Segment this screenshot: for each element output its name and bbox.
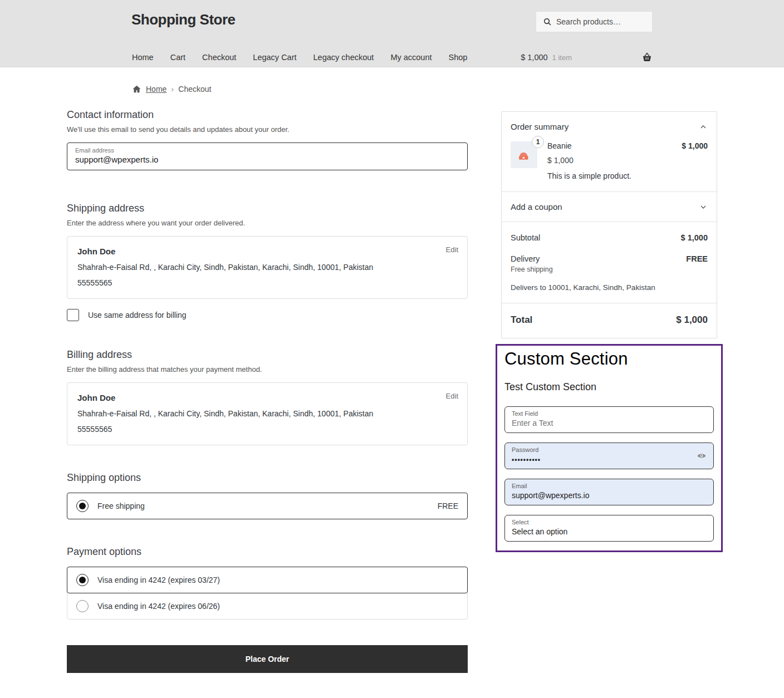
payment-option-radio-unchecked[interactable] (76, 600, 89, 612)
search-icon (543, 17, 552, 26)
contact-information-description: We'll use this email to send you details… (67, 125, 468, 134)
custom-select-label: Select (512, 519, 707, 525)
use-same-address-label[interactable]: Use same address for billing (88, 311, 187, 319)
order-totals: Subtotal $ 1,000 Delivery FREE Free ship… (502, 222, 717, 303)
nav-item-home[interactable]: Home (132, 53, 154, 62)
custom-section-subtitle: Test Custom Section (504, 381, 714, 393)
same-address-row: Use same address for billing (67, 309, 468, 321)
billing-address-description: Enter the billing address that matches y… (67, 365, 468, 373)
delivers-to-note: Delivers to 10001, Karachi, Sindh, Pakis… (511, 283, 708, 292)
chevron-up-icon[interactable] (699, 122, 708, 131)
add-coupon-row[interactable]: Add a coupon (502, 192, 717, 222)
eye-icon[interactable] (697, 451, 707, 461)
payment-options-section: Payment options Visa ending in 4242 (exp… (67, 546, 468, 620)
custom-password-field[interactable]: Password •••••••••• (504, 443, 714, 469)
shipping-address-name: John Doe (77, 247, 457, 256)
product-quantity-badge: 1 (532, 136, 544, 148)
payment-option-visa-0327[interactable]: Visa ending in 4242 (expires 03/27) (67, 567, 468, 593)
nav-item-legacy-cart[interactable]: Legacy Cart (253, 53, 296, 62)
email-address-label: Email address (75, 147, 459, 154)
custom-email-field[interactable]: Email support@wpexperts.io (504, 479, 714, 505)
checkout-content: Contact information We'll use this email… (0, 109, 784, 698)
cart-total[interactable]: $ 1,000 (521, 53, 547, 62)
breadcrumb-home-link[interactable]: Home (146, 85, 166, 94)
shipping-address-line: Shahrah-e-Faisal Rd, , Karachi City, Sin… (77, 263, 457, 272)
checkout-page: Shopping Store Search products… Home Car… (0, 0, 784, 698)
billing-address-name: John Doe (77, 393, 457, 402)
billing-address-section: Billing address Enter the billing addres… (67, 349, 468, 445)
contact-information-section: Contact information We'll use this email… (67, 109, 468, 170)
shipping-option-label: Free shipping (97, 502, 145, 510)
subtotal-label: Subtotal (511, 233, 540, 242)
nav-item-cart[interactable]: Cart (170, 53, 185, 62)
total-value: $ 1,000 (676, 314, 708, 326)
email-address-value: support@wpexperts.io (75, 155, 158, 164)
product-info: Beanie $ 1,000 $ 1,000 This is a simple … (547, 141, 708, 180)
payment-option-label: Visa ending in 4242 (expires 03/27) (97, 576, 220, 584)
shipping-options-section: Shipping options Free shipping FREE (67, 472, 468, 519)
payment-option-radio-checked[interactable] (76, 574, 89, 586)
custom-email-label: Email (512, 483, 707, 489)
custom-email-value: support@wpexperts.io (512, 491, 590, 500)
header-cart-summary[interactable]: $ 1,000 1 item (521, 52, 653, 63)
nav-item-legacy-checkout[interactable]: Legacy checkout (313, 53, 374, 62)
site-title: Shopping Store (131, 11, 236, 28)
billing-address-line: Shahrah-e-Faisal Rd, , Karachi City, Sin… (77, 409, 457, 418)
product-image-wrap: 1 (511, 141, 537, 168)
subtotal-value: $ 1,000 (681, 233, 708, 242)
shipping-address-title: Shipping address (67, 203, 468, 214)
product-line-price: $ 1,000 (682, 141, 708, 150)
custom-select-field[interactable]: Select Select an option (504, 515, 714, 542)
order-summary-title: Order summary (511, 122, 569, 131)
shipping-address-section: Shipping address Enter the address where… (67, 203, 468, 321)
shipping-options-title: Shipping options (67, 472, 468, 484)
shipping-option-free-shipping[interactable]: Free shipping FREE (67, 493, 468, 519)
payment-option-visa-0626[interactable]: Visa ending in 4242 (expires 06/26) (67, 593, 467, 619)
breadcrumb: Home › Checkout (0, 67, 784, 109)
nav-item-my-account[interactable]: My account (390, 53, 432, 62)
search-input[interactable]: Search products… (536, 11, 653, 32)
delivery-value: FREE (686, 254, 708, 263)
email-address-field[interactable]: Email address support@wpexperts.io (67, 142, 468, 170)
place-order-button[interactable]: Place Order (67, 645, 468, 673)
custom-text-field-placeholder: Enter a Text (512, 419, 553, 427)
shipping-address-edit-button[interactable]: Edit (446, 245, 458, 254)
order-sidebar: Order summary 1 (501, 111, 717, 552)
billing-address-phone: 55555565 (77, 425, 457, 434)
order-total-row: Total $ 1,000 (502, 303, 717, 338)
home-icon[interactable] (132, 85, 141, 94)
shipping-address-card: John Doe Edit Shahrah-e-Faisal Rd, , Kar… (67, 236, 468, 299)
total-label: Total (511, 314, 532, 326)
custom-section-panel: Custom Section Test Custom Section Text … (496, 344, 723, 552)
billing-address-edit-button[interactable]: Edit (446, 392, 458, 400)
custom-password-label: Password (512, 446, 707, 453)
add-coupon-label: Add a coupon (511, 202, 562, 212)
nav-item-checkout[interactable]: Checkout (202, 53, 236, 62)
delivery-method: Free shipping (511, 266, 708, 273)
nav-item-shop[interactable]: Shop (449, 53, 468, 62)
custom-section-title: Custom Section (504, 349, 714, 369)
payment-options-title: Payment options (67, 546, 468, 558)
shipping-address-phone: 55555565 (77, 278, 457, 287)
chevron-down-icon[interactable] (699, 203, 708, 212)
basket-icon[interactable] (641, 52, 653, 63)
billing-address-card: John Doe Edit Shahrah-e-Faisal Rd, , Kar… (67, 382, 468, 445)
order-summary-panel: Order summary 1 (501, 111, 717, 338)
shipping-option-radio[interactable] (76, 500, 89, 512)
product-name: Beanie (547, 141, 572, 150)
delivery-label: Delivery (511, 254, 540, 263)
breadcrumb-separator: › (171, 84, 174, 94)
use-same-address-checkbox[interactable] (67, 309, 79, 321)
payment-option-label: Visa ending in 4242 (expires 06/26) (97, 602, 220, 611)
product-unit-price: $ 1,000 (547, 156, 708, 165)
contact-information-title: Contact information (67, 109, 468, 121)
site-header: Shopping Store Search products… Home Car… (0, 0, 784, 67)
checkout-form: Contact information We'll use this email… (67, 109, 468, 673)
payment-options-group: Visa ending in 4242 (expires 03/27) Visa… (67, 567, 468, 620)
order-summary-product-row: 1 Beanie $ 1,000 $ 1,000 This is a simpl… (502, 139, 717, 191)
custom-text-field[interactable]: Text Field Enter a Text (504, 406, 714, 433)
breadcrumb-current: Checkout (178, 85, 211, 94)
shipping-address-description: Enter the address where you want your or… (67, 219, 468, 227)
search-placeholder: Search products… (556, 17, 621, 26)
order-summary-header[interactable]: Order summary (502, 112, 717, 139)
